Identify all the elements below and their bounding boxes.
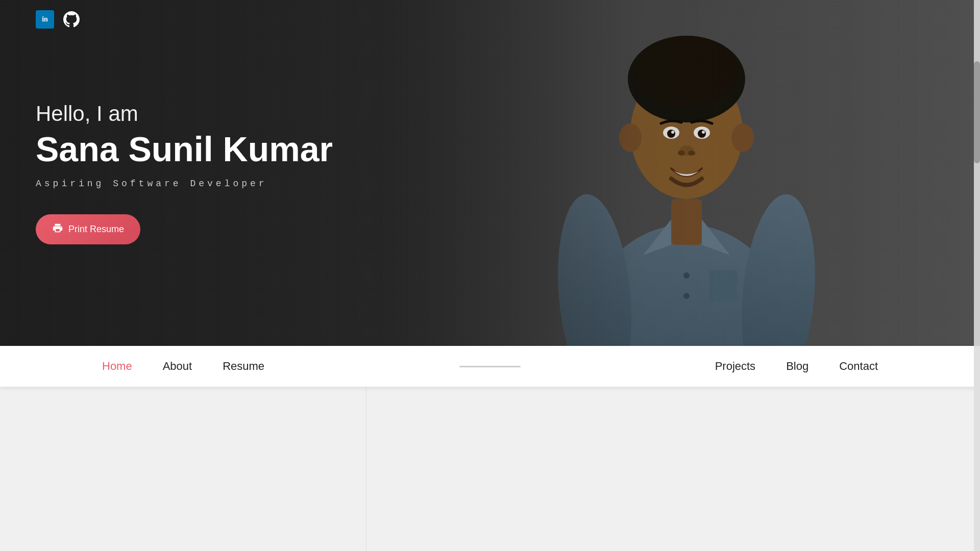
hero-subtitle: Aspiring Software Developer bbox=[36, 179, 333, 189]
hero-name: Sana Sunil Kumar bbox=[36, 130, 333, 168]
hero-section: in Hello, I am Sana Sunil Kumar Aspiring… bbox=[0, 0, 980, 346]
nav-item-home[interactable]: Home bbox=[102, 358, 132, 375]
hero-content: Hello, I am Sana Sunil Kumar Aspiring So… bbox=[36, 102, 333, 244]
linkedin-icon[interactable]: in bbox=[36, 10, 54, 29]
nav-center-logo bbox=[459, 366, 521, 367]
nav-item-blog[interactable]: Blog bbox=[786, 358, 808, 375]
bottom-section bbox=[0, 387, 980, 551]
nav-item-about[interactable]: About bbox=[163, 358, 192, 375]
bottom-left-panel bbox=[0, 387, 366, 551]
nav-item-projects[interactable]: Projects bbox=[715, 358, 755, 375]
github-svg bbox=[63, 11, 80, 28]
bottom-right-panel bbox=[366, 387, 980, 551]
social-icons-container: in bbox=[36, 10, 81, 29]
printer-icon bbox=[52, 222, 63, 236]
nav-left: Home About Resume bbox=[102, 358, 264, 375]
nav-item-contact[interactable]: Contact bbox=[839, 358, 878, 375]
navbar: Home About Resume Projects Blog Contact bbox=[0, 346, 980, 387]
nav-item-resume[interactable]: Resume bbox=[223, 358, 264, 375]
nav-logo-bar bbox=[459, 366, 521, 367]
navbar-inner: Home About Resume Projects Blog Contact bbox=[0, 358, 980, 375]
print-resume-label: Print Resume bbox=[68, 224, 124, 235]
hero-greeting: Hello, I am bbox=[36, 102, 333, 126]
nav-right: Projects Blog Contact bbox=[715, 358, 878, 375]
print-resume-button[interactable]: Print Resume bbox=[36, 214, 140, 244]
github-icon[interactable] bbox=[62, 10, 81, 29]
